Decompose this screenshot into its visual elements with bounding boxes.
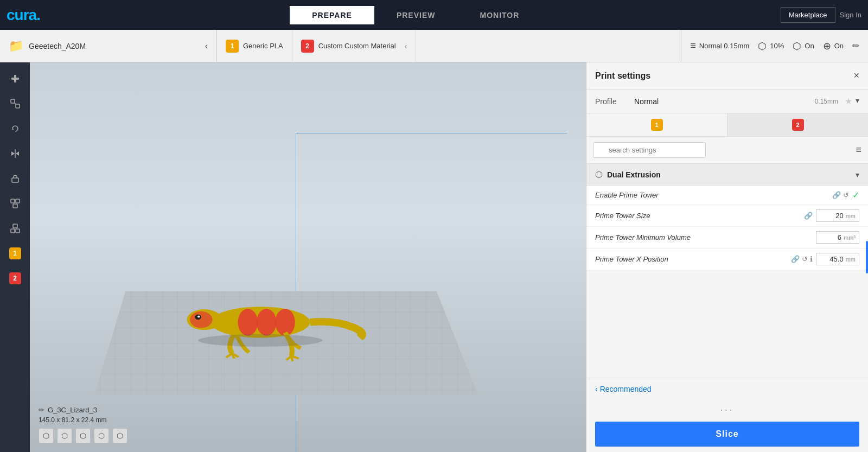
setting-name-prime-tower-size: Prime Tower Size — [595, 212, 801, 220]
profile-chevron-icon[interactable]: ▾ — [856, 96, 859, 106]
marketplace-button[interactable]: Marketplace — [781, 7, 835, 23]
infill-icon: ⬡ — [758, 40, 767, 52]
sidebar-tool-move[interactable] — [4, 68, 26, 90]
print-settings-panel: Print settings × Profile Normal 0.15mm ★… — [586, 62, 868, 452]
section-title: Dual Extrusion — [607, 170, 661, 179]
section-header-dual-extrusion[interactable]: ⬡ Dual Extrusion ▾ — [586, 164, 868, 186]
profile-setting[interactable]: ≡ Normal 0.15mm — [690, 40, 749, 52]
slice-button[interactable]: Slice — [595, 422, 859, 447]
setting-link-1[interactable]: 🔗 — [804, 212, 813, 220]
nav-tabs: PREPARE PREVIEW MONITOR — [51, 6, 781, 24]
model-tool-move[interactable]: ⬡ — [39, 428, 54, 443]
svg-rect-12 — [13, 224, 17, 228]
dots-label: ... — [720, 403, 734, 413]
search-input[interactable] — [593, 142, 706, 158]
setting-link-0[interactable]: 🔗 — [832, 191, 841, 199]
setting-info-3[interactable]: ℹ — [810, 255, 813, 263]
recommended-chevron-icon: ‹ — [595, 385, 598, 393]
svg-rect-7 — [11, 199, 15, 203]
main-area: 1 2 — [0, 62, 868, 452]
model-name: G_3C_Lizard_3 — [48, 406, 97, 414]
tab-preview[interactable]: PREVIEW — [374, 6, 458, 24]
section-expand-icon[interactable]: ▾ — [856, 170, 859, 179]
tab-prepare[interactable]: PREPARE — [290, 6, 374, 24]
material-item-1[interactable]: 1 Generic PLA — [217, 30, 292, 62]
setting-reset-3[interactable]: ↺ — [802, 255, 808, 263]
svg-point-13 — [238, 309, 258, 336]
dots-row: ... — [586, 400, 868, 416]
panel-title: Print settings — [595, 71, 650, 81]
setting-actions-3: 🔗 ↺ ℹ — [791, 255, 813, 263]
build-line-horizontal — [296, 133, 567, 133]
settings-list: ⬡ Dual Extrusion ▾ Enable Prime Tower 🔗 … — [586, 164, 868, 378]
setting-reset-0[interactable]: ↺ — [843, 191, 849, 199]
printer-chevron[interactable]: ‹ — [205, 41, 208, 51]
infill-setting[interactable]: ⬡ 10% — [758, 40, 784, 52]
viewport[interactable]: ✏ G_3C_Lizard_3 145.0 x 81.2 x 22.4 mm ⬡… — [30, 62, 586, 452]
svg-rect-9 — [13, 204, 17, 208]
sidebar-tool-extruder1[interactable]: 1 — [4, 243, 26, 264]
sidebar-tool-ungroup[interactable] — [4, 218, 26, 239]
model-tool-scale[interactable]: ⬡ — [57, 428, 72, 443]
setting-value-box-3[interactable]: 45.0 mm — [816, 253, 859, 265]
material-badge-2: 2 — [301, 40, 314, 53]
extruder-tabs: 1 2 — [586, 113, 868, 137]
svg-rect-10 — [11, 229, 15, 233]
material-item-2[interactable]: 2 Custom Custom Material ‹ — [292, 30, 417, 62]
top-nav: cura. PREPARE PREVIEW MONITOR Marketplac… — [0, 0, 868, 30]
setting-actions-0: 🔗 ↺ — [832, 191, 849, 199]
profile-star-icon[interactable]: ★ — [845, 96, 852, 106]
svg-point-17 — [197, 315, 200, 317]
model-tool-support[interactable]: ⬡ — [112, 428, 127, 443]
adhesion-setting-label: On — [834, 42, 844, 50]
sidebar-tool-mirror[interactable] — [4, 143, 26, 164]
support-setting-label: On — [805, 42, 814, 50]
second-bar: 📁 Geeetech_A20M ‹ 1 Generic PLA 2 Custom… — [0, 30, 868, 62]
svg-point-16 — [190, 311, 212, 328]
lizard-shadow — [198, 334, 322, 347]
sidebar-tool-scale[interactable] — [4, 93, 26, 114]
svg-rect-3 — [16, 104, 20, 108]
sidebar-tool-group[interactable] — [4, 193, 26, 214]
model-tool-rotate[interactable]: ⬡ — [75, 428, 91, 443]
material-badge-1: 1 — [226, 40, 239, 53]
sidebar-tool-rotate[interactable] — [4, 118, 26, 139]
printer-section: 📁 Geeetech_A20M ‹ — [0, 30, 217, 62]
setting-link-3[interactable]: 🔗 — [791, 255, 800, 263]
model-tool-mirror[interactable]: ⬡ — [94, 428, 109, 443]
signin-button[interactable]: Sign In — [840, 11, 861, 19]
setting-check-0[interactable]: ✓ — [852, 190, 859, 200]
svg-line-4 — [15, 103, 16, 104]
left-sidebar: 1 2 — [0, 62, 30, 452]
profile-icon: ≡ — [690, 40, 696, 52]
model-name-row: ✏ G_3C_Lizard_3 — [39, 406, 127, 414]
viewport-bottom-info: ✏ G_3C_Lizard_3 145.0 x 81.2 x 22.4 mm ⬡… — [39, 406, 127, 443]
model-tools-row: ⬡ ⬡ ⬡ ⬡ ⬡ — [39, 428, 127, 443]
setting-value-box-1[interactable]: 20 mm — [816, 209, 859, 222]
sidebar-tool-support[interactable] — [4, 168, 26, 189]
section-header-left: ⬡ Dual Extrusion — [595, 169, 661, 180]
panel-close-button[interactable]: × — [853, 70, 859, 81]
tab-monitor[interactable]: MONITOR — [458, 6, 542, 24]
edit-icon[interactable]: ✏ — [852, 41, 859, 51]
settings-menu-icon[interactable]: ≡ — [856, 144, 861, 156]
logo: cura. — [7, 7, 40, 24]
extruder-badge-1: 1 — [651, 119, 663, 131]
setting-value-box-2[interactable]: 6 mm³ — [816, 231, 859, 244]
extruder-tab-2[interactable]: 2 — [727, 113, 868, 136]
folder-icon[interactable]: 📁 — [9, 39, 23, 53]
extruder-tab-1[interactable]: 1 — [586, 113, 727, 136]
panel-header: Print settings × — [586, 62, 868, 90]
adhesion-icon: ⊕ — [823, 40, 831, 52]
profile-actions: ★ ▾ — [845, 96, 859, 106]
support-setting[interactable]: ⬡ On — [793, 40, 814, 52]
sidebar-tool-extruder2[interactable]: 2 — [4, 268, 26, 289]
setting-actions-1: 🔗 — [804, 212, 813, 220]
setting-unit-1: mm — [846, 213, 856, 219]
material-close-icon[interactable]: ‹ — [405, 42, 407, 50]
svg-rect-6 — [12, 178, 18, 182]
model-dims: 145.0 x 81.2 x 22.4 mm — [39, 416, 127, 424]
recommended-button[interactable]: ‹ Recommended — [595, 385, 652, 393]
profile-dim: 0.15mm — [815, 98, 838, 105]
adhesion-setting[interactable]: ⊕ On — [823, 40, 844, 52]
